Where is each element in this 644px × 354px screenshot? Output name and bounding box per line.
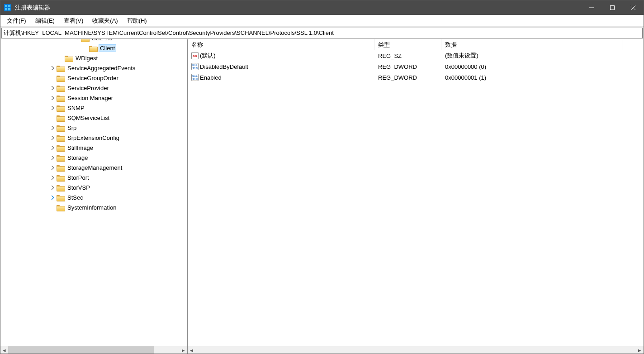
hscroll-right-icon[interactable]: ▸ bbox=[180, 346, 187, 354]
tree-item-storage[interactable]: Storage bbox=[0, 153, 187, 163]
value-type: REG_DWORD bbox=[374, 63, 441, 70]
tree-item-label: SNMP bbox=[66, 104, 86, 112]
tree-item-stsec[interactable]: StSec bbox=[0, 192, 187, 202]
tree-item-label: SSL 1.0 bbox=[90, 39, 114, 42]
value-row[interactable]: ab(默认)REG_SZ(数值未设置) bbox=[188, 50, 644, 61]
tree-item-label: SrpExtensionConfig bbox=[66, 134, 121, 142]
expand-icon[interactable] bbox=[49, 134, 56, 141]
folder-icon bbox=[57, 95, 64, 101]
title-bar[interactable]: 注册表编辑器 bbox=[0, 0, 644, 15]
svg-rect-0 bbox=[611, 6, 615, 10]
values-header: 名称 类型 数据 bbox=[188, 39, 644, 50]
col-header-name[interactable]: 名称 bbox=[188, 39, 374, 50]
address-text: 计算机\HKEY_LOCAL_MACHINE\SYSTEM\CurrentCon… bbox=[4, 29, 334, 37]
window-controls bbox=[581, 0, 644, 15]
tree-item-srp[interactable]: Srp bbox=[0, 123, 187, 133]
expand-icon[interactable] bbox=[49, 124, 56, 131]
tree-scroll[interactable]: SCMConfigScsiPortSecureBootSecurePipeSer… bbox=[0, 39, 187, 346]
menu-edit[interactable]: 编辑(E) bbox=[31, 15, 59, 26]
tree-item-ssl-1-0[interactable]: SSL 1.0 bbox=[0, 39, 187, 43]
folder-icon bbox=[57, 134, 64, 141]
tree-item-stillimage[interactable]: StillImage bbox=[0, 143, 187, 153]
expand-icon[interactable] bbox=[49, 105, 56, 111]
tree-item-label: StorVSP bbox=[66, 184, 91, 191]
folder-icon bbox=[57, 144, 64, 151]
dword-value-icon: 011110 bbox=[191, 63, 199, 70]
expand-icon[interactable] bbox=[49, 65, 56, 71]
address-bar[interactable]: 计算机\HKEY_LOCAL_MACHINE\SYSTEM\CurrentCon… bbox=[1, 28, 643, 38]
tree-item-storport[interactable]: StorPort bbox=[0, 172, 187, 182]
value-data: 0x00000001 (1) bbox=[441, 74, 622, 81]
window-title: 注册表编辑器 bbox=[15, 4, 581, 12]
tree-item-label: ServiceAggregatedEvents bbox=[66, 64, 137, 72]
tree-item-serviceaggregatedevents[interactable]: ServiceAggregatedEvents bbox=[0, 63, 187, 73]
minimize-button[interactable] bbox=[581, 0, 602, 15]
expand-icon[interactable] bbox=[49, 85, 56, 91]
folder-icon bbox=[57, 124, 64, 131]
app-icon bbox=[4, 4, 11, 11]
tree-item-sqmservicelist[interactable]: SQMServiceList bbox=[0, 113, 187, 123]
tree-item-label: ServiceGroupOrder bbox=[66, 74, 120, 82]
folder-icon bbox=[57, 85, 64, 91]
maximize-button[interactable] bbox=[602, 0, 623, 15]
value-row[interactable]: 011110EnabledREG_DWORD0x00000001 (1) bbox=[188, 72, 644, 83]
value-type: REG_DWORD bbox=[374, 74, 441, 81]
hscroll-left-icon[interactable]: ◂ bbox=[0, 346, 8, 354]
values-pane: 名称 类型 数据 ab(默认)REG_SZ(数值未设置)011110Disabl… bbox=[188, 39, 644, 354]
tree-item-systeminformation[interactable]: SystemInformation bbox=[0, 202, 187, 212]
dword-value-icon: 011110 bbox=[191, 74, 199, 81]
tree-item-serviceprovider[interactable]: ServiceProvider bbox=[0, 83, 187, 93]
tree-item-snmp[interactable]: SNMP bbox=[0, 103, 187, 113]
collapse-icon[interactable] bbox=[74, 39, 80, 41]
tree-item-client[interactable]: Client bbox=[0, 43, 187, 53]
tree-item-storagemanagement[interactable]: StorageManagement bbox=[0, 163, 187, 172]
expand-icon[interactable] bbox=[49, 184, 56, 191]
value-data: 0x00000000 (0) bbox=[441, 63, 622, 70]
tree-item-srpextensionconfig[interactable]: SrpExtensionConfig bbox=[0, 133, 187, 143]
tree-h-scrollbar[interactable]: ◂ ▸ bbox=[0, 346, 187, 354]
tree-item-label: StorageManagement bbox=[66, 164, 123, 172]
folder-icon bbox=[57, 65, 64, 71]
folder-icon bbox=[57, 204, 64, 210]
tree-item-label: Srp bbox=[66, 124, 78, 132]
folder-icon bbox=[57, 105, 64, 111]
tree-item-label: Client bbox=[99, 44, 116, 52]
expand-icon[interactable] bbox=[49, 174, 56, 181]
tree-item-label: SystemInformation bbox=[66, 204, 118, 211]
value-type: REG_SZ bbox=[374, 53, 441, 59]
expand-icon[interactable] bbox=[49, 144, 56, 151]
menu-file[interactable]: 文件(F) bbox=[2, 15, 31, 26]
menu-favorites[interactable]: 收藏夹(A) bbox=[88, 15, 122, 26]
vhscroll-left-icon[interactable]: ◂ bbox=[188, 346, 195, 354]
folder-icon bbox=[57, 75, 64, 81]
folder-icon bbox=[57, 174, 64, 181]
folder-icon bbox=[57, 164, 64, 171]
folder-icon bbox=[81, 39, 89, 41]
expand-icon[interactable] bbox=[49, 154, 56, 161]
col-header-type[interactable]: 类型 bbox=[374, 39, 441, 50]
app-window: 注册表编辑器 文件(F) 编辑(E) 查看(V) 收藏夹(A) 帮助(H) 计算… bbox=[0, 0, 644, 354]
values-list[interactable]: ab(默认)REG_SZ(数值未设置)011110DisabledByDefau… bbox=[188, 50, 644, 346]
menu-view[interactable]: 查看(V) bbox=[59, 15, 88, 26]
tree-item-label: Session Manager bbox=[66, 94, 114, 102]
main-content: SCMConfigScsiPortSecureBootSecurePipeSer… bbox=[0, 39, 644, 354]
tree-item-label: Storage bbox=[66, 154, 90, 162]
menu-bar: 文件(F) 编辑(E) 查看(V) 收藏夹(A) 帮助(H) bbox=[0, 15, 644, 27]
expand-icon[interactable] bbox=[49, 164, 56, 171]
close-button[interactable] bbox=[623, 0, 644, 15]
tree-item-session-manager[interactable]: Session Manager bbox=[0, 93, 187, 103]
tree-pane: SCMConfigScsiPortSecureBootSecurePipeSer… bbox=[0, 39, 188, 354]
folder-icon bbox=[89, 45, 97, 51]
expand-icon[interactable] bbox=[49, 194, 56, 201]
tree-item-storvsp[interactable]: StorVSP bbox=[0, 182, 187, 192]
tree-item-wdigest[interactable]: WDigest bbox=[0, 53, 187, 63]
registry-tree: SCMConfigScsiPortSecureBootSecurePipeSer… bbox=[0, 39, 187, 212]
hscroll-thumb[interactable] bbox=[8, 346, 154, 354]
values-h-scrollbar[interactable]: ◂ ▸ bbox=[188, 346, 644, 354]
tree-item-servicegrouporder[interactable]: ServiceGroupOrder bbox=[0, 73, 187, 83]
expand-icon[interactable] bbox=[49, 95, 56, 101]
menu-help[interactable]: 帮助(H) bbox=[123, 15, 152, 26]
value-row[interactable]: 011110DisabledByDefaultREG_DWORD0x000000… bbox=[188, 61, 644, 72]
vhscroll-right-icon[interactable]: ▸ bbox=[636, 346, 644, 354]
col-header-data[interactable]: 数据 bbox=[441, 39, 622, 50]
